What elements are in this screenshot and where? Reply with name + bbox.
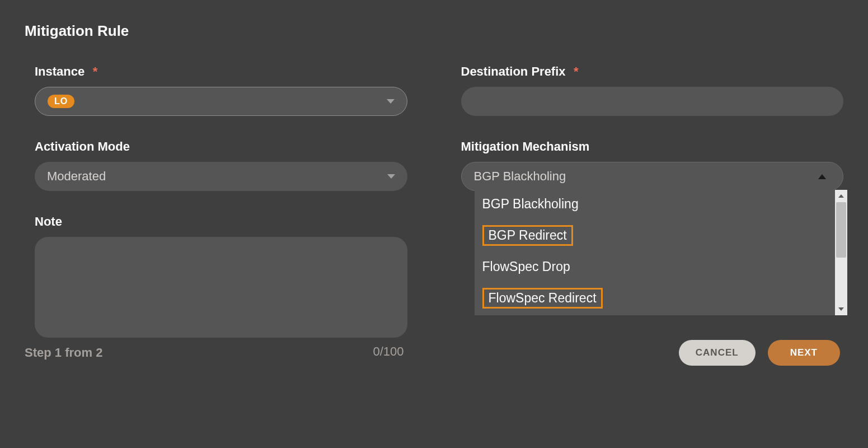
destination-prefix-required: * [574,64,579,78]
note-field: Note 0/100 [35,214,407,359]
mechanism-option-bgp-blackholing[interactable]: BGP Blackholing [475,190,835,218]
chevron-down-icon [387,99,395,104]
scrollbar-thumb[interactable] [836,202,846,258]
destination-prefix-input[interactable] [461,87,844,116]
mitigation-mechanism-dropdown: BGP Blackholing BGP Redirect FlowSpec Dr… [475,190,835,315]
activation-mode-select[interactable]: Moderated [35,162,407,191]
form-grid: Instance * LO Activation Mode Moderated … [25,64,843,382]
instance-field: Instance * LO [35,64,407,116]
activation-mode-label: Activation Mode [35,139,130,154]
instance-chip: LO [48,95,74,108]
option-text: BGP Blackholing [482,197,579,211]
footer-buttons: CANCEL NEXT [679,340,840,366]
mitigation-mechanism-label: Mitigation Mechanism [461,139,590,154]
chevron-up-icon [818,174,826,179]
mechanism-option-flowspec-redirect[interactable]: FlowSpec Redirect [475,281,835,315]
scrollbar-up-button[interactable] [835,190,847,202]
triangle-down-icon [838,307,844,311]
mechanism-option-flowspec-drop[interactable]: FlowSpec Drop [475,253,835,281]
note-textarea[interactable] [35,237,407,338]
mitigation-mechanism-value: BGP Blackholing [474,169,819,184]
mitigation-rule-dialog: Mitigation Rule Instance * LO Activation… [0,0,868,394]
left-column: Instance * LO Activation Mode Moderated … [25,64,407,382]
cancel-button[interactable]: CANCEL [679,340,756,366]
right-column: Destination Prefix * Mitigation Mechanis… [461,64,844,382]
destination-prefix-label: Destination Prefix [461,64,566,79]
instance-label: Instance [35,64,85,79]
dialog-title: Mitigation Rule [25,22,843,40]
scrollbar-down-button[interactable] [835,303,847,315]
dialog-footer: Step 1 from 2 CANCEL NEXT [25,340,840,366]
step-indicator: Step 1 from 2 [25,346,102,360]
activation-mode-value: Moderated [47,169,387,184]
chevron-down-icon [387,174,395,179]
option-text: FlowSpec Drop [482,259,570,274]
triangle-up-icon [838,194,844,198]
mechanism-option-bgp-redirect[interactable]: BGP Redirect [475,218,835,253]
instance-required: * [93,64,98,78]
destination-prefix-field: Destination Prefix * [461,64,844,116]
mitigation-mechanism-field: Mitigation Mechanism BGP Blackholing BGP… [461,139,844,191]
option-text: BGP Redirect [482,225,573,246]
mitigation-mechanism-select[interactable]: BGP Blackholing [461,162,844,191]
instance-select[interactable]: LO [35,87,407,116]
activation-mode-field: Activation Mode Moderated [35,139,407,191]
option-text: FlowSpec Redirect [482,288,603,309]
scrollbar-track[interactable] [835,202,847,303]
next-button[interactable]: NEXT [768,340,840,366]
dropdown-scrollbar[interactable] [835,190,847,315]
note-label: Note [35,214,62,229]
